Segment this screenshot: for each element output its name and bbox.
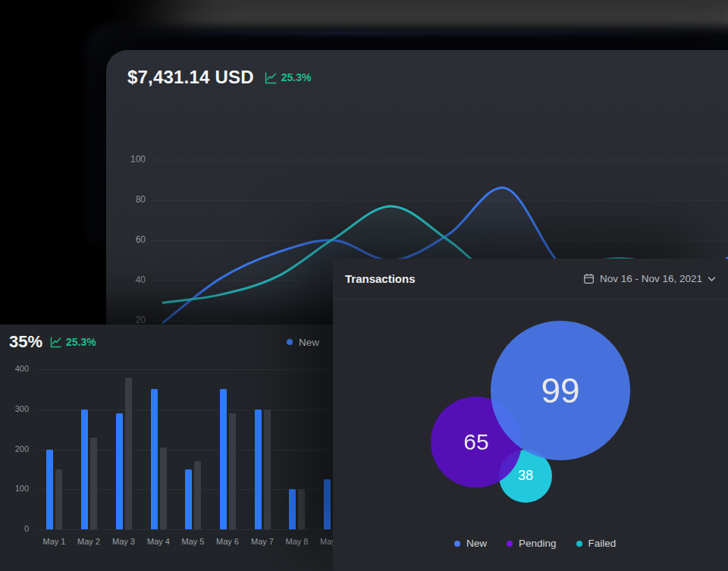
legend-label: Pending	[519, 538, 557, 549]
transactions-header: Transactions Nov 16 - Nov 16, 2021	[333, 259, 728, 299]
bar-New-may-3	[116, 413, 123, 529]
bar-New-may-9	[324, 479, 331, 529]
revenue-header: $7,431.14 USD 25.3%	[127, 67, 311, 88]
dashboard-stage: $7,431.14 USD 25.3% 100806040200 35% 25.…	[0, 0, 728, 571]
x-axis-tick: May 8	[278, 537, 316, 546]
bar-New-may-5	[185, 469, 192, 529]
bar-gray-may-3	[125, 378, 132, 529]
legend-label: Failed	[588, 538, 617, 549]
y-axis-tick: 0	[0, 524, 29, 533]
transactions-card: Transactions Nov 16 - Nov 16, 2021 99653…	[333, 259, 728, 571]
trend-line-icon	[265, 71, 278, 84]
conversion-card: 35% 25.3% New 4003002001000May 1May 2May…	[0, 325, 373, 571]
transactions-legend: NewPendingFailed	[454, 538, 616, 549]
x-axis-tick: May 7	[243, 537, 281, 546]
bar-New-may-8	[289, 489, 296, 529]
legend-label: New	[466, 538, 487, 549]
date-range-label: Nov 16 - Nov 16, 2021	[600, 273, 702, 284]
date-range-picker[interactable]: Nov 16 - Nov 16, 2021	[583, 273, 716, 284]
x-axis-tick: May 6	[209, 537, 246, 546]
bar-gray-may-8	[298, 489, 305, 529]
legend-dot	[507, 541, 513, 547]
bar-gray-may-2	[90, 438, 97, 529]
x-axis-tick: May 2	[70, 537, 108, 546]
y-axis-tick: 100	[0, 484, 29, 493]
daily-bar-chart: 4003002001000May 1May 2May 3May 4May 5Ma…	[0, 325, 373, 571]
legend-dot	[454, 541, 460, 547]
bar-gray-may-4	[160, 447, 167, 529]
gridline	[36, 529, 367, 530]
bar-gray-may-5	[194, 461, 201, 529]
stacked-card-glow	[121, 32, 728, 35]
revenue-trend-badge: 25.3%	[265, 71, 312, 84]
calendar-icon	[583, 273, 595, 284]
legend-dot	[576, 541, 582, 547]
bar-New-may-4	[151, 389, 158, 529]
bar-gray-may-7	[264, 409, 271, 529]
transactions-bubble-chart: 996538	[333, 299, 728, 526]
legend-item-failed[interactable]: Failed	[576, 538, 617, 549]
bar-New-may-1	[46, 450, 53, 530]
gridline	[36, 369, 367, 370]
bar-New-may-6	[220, 389, 227, 529]
bar-gray-may-6	[229, 413, 236, 529]
chevron-down-icon	[708, 276, 716, 282]
x-axis-tick: May 1	[36, 537, 74, 546]
y-axis-tick: 200	[0, 444, 29, 453]
y-axis-tick: 400	[0, 364, 29, 373]
x-axis-tick: May 5	[174, 537, 212, 546]
bar-New-may-2	[81, 409, 88, 529]
revenue-amount: $7,431.14 USD	[127, 67, 254, 88]
y-axis-tick: 300	[0, 404, 29, 413]
x-axis-tick: May 3	[105, 537, 143, 546]
legend-item-new[interactable]: New	[454, 538, 487, 549]
revenue-trend-value: 25.3%	[281, 71, 312, 83]
transactions-title: Transactions	[345, 272, 416, 285]
bar-gray-may-1	[55, 469, 62, 529]
legend-item-pending[interactable]: Pending	[507, 538, 557, 549]
bar-New-may-7	[255, 409, 262, 529]
x-axis-tick: May 4	[140, 537, 177, 546]
bubble-new: 99	[491, 321, 630, 460]
